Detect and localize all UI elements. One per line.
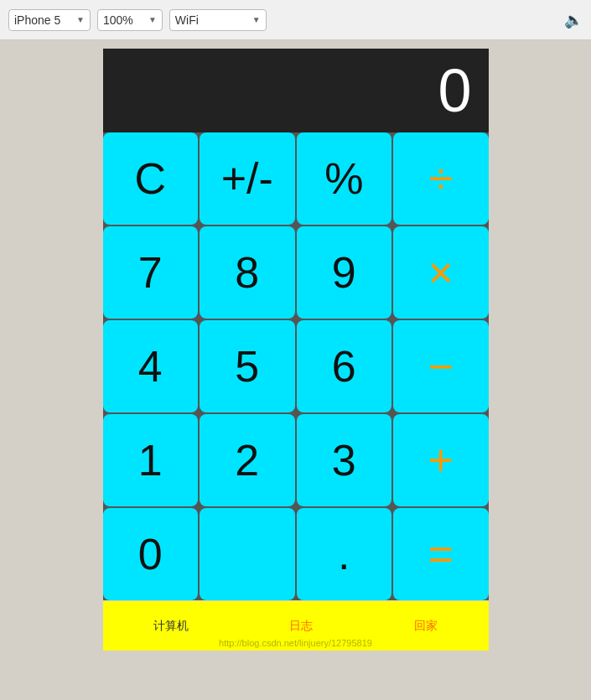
six-button[interactable]: 6 xyxy=(297,320,392,412)
minus-button[interactable]: − xyxy=(393,320,489,412)
network-select-input[interactable]: WiFi No Network xyxy=(175,13,249,27)
eight-button[interactable]: 8 xyxy=(200,226,295,319)
toolbar: iPhone 5 iPhone 6 ▼ 100% 75% ▼ WiFi No N… xyxy=(0,0,591,40)
five-button[interactable]: 5 xyxy=(200,320,295,412)
volume-icon[interactable]: 🔈 xyxy=(564,11,583,29)
one-button[interactable]: 1 xyxy=(103,414,199,506)
zoom-selector[interactable]: 100% 75% ▼ xyxy=(97,9,163,31)
zoom-select-input[interactable]: 100% 75% xyxy=(103,13,145,27)
tab-log[interactable]: 日志 xyxy=(289,619,313,634)
tab-home-label: 回家 xyxy=(414,619,438,634)
zoom-chevron-icon: ▼ xyxy=(148,15,157,24)
equals-button[interactable]: = xyxy=(393,508,489,600)
posneg-button[interactable]: +/- xyxy=(200,132,295,225)
network-chevron-icon: ▼ xyxy=(252,15,261,24)
divide-button[interactable]: ÷ xyxy=(393,132,489,225)
seven-button[interactable]: 7 xyxy=(103,226,199,319)
nine-button[interactable]: 9 xyxy=(297,226,392,319)
phone-container: 0 C +/- % ÷ 7 8 9 × 4 5 6 − 1 2 3 + 0 xyxy=(0,40,591,651)
percent-button[interactable]: % xyxy=(297,132,392,225)
dot-button[interactable]: . xyxy=(297,508,392,600)
two-button[interactable]: 2 xyxy=(200,414,295,506)
tab-home[interactable]: 回家 xyxy=(414,619,438,634)
tab-calculator-label: 计算机 xyxy=(153,619,189,634)
plus-button[interactable]: + xyxy=(393,414,489,506)
device-chevron-icon: ▼ xyxy=(76,15,85,24)
phone-frame: 0 C +/- % ÷ 7 8 9 × 4 5 6 − 1 2 3 + 0 xyxy=(103,49,489,651)
calculator-display: 0 xyxy=(103,49,489,132)
tab-log-label: 日志 xyxy=(289,619,313,634)
tabbar: 计算机 日志 回家 xyxy=(103,600,489,651)
four-button[interactable]: 4 xyxy=(103,320,199,412)
display-value: 0 xyxy=(438,56,471,125)
empty-button xyxy=(200,508,295,600)
device-select-input[interactable]: iPhone 5 iPhone 6 xyxy=(14,13,73,27)
device-selector[interactable]: iPhone 5 iPhone 6 ▼ xyxy=(8,9,91,31)
zero-button[interactable]: 0 xyxy=(103,508,199,600)
clear-button[interactable]: C xyxy=(103,132,199,225)
multiply-button[interactable]: × xyxy=(393,226,489,319)
tab-calculator[interactable]: 计算机 xyxy=(153,619,189,634)
calculator-keypad: C +/- % ÷ 7 8 9 × 4 5 6 − 1 2 3 + 0 . = xyxy=(103,132,489,600)
three-button[interactable]: 3 xyxy=(297,414,392,506)
network-selector[interactable]: WiFi No Network ▼ xyxy=(169,9,267,31)
